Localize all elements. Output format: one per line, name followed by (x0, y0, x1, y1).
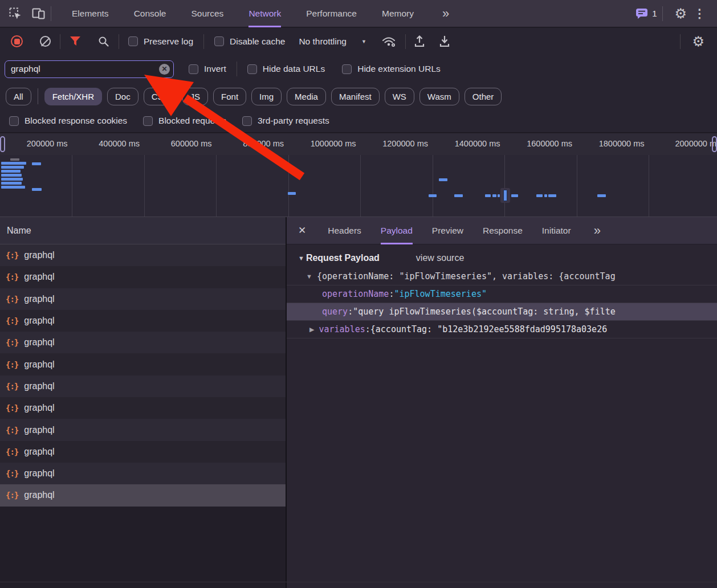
invert-checkbox[interactable] (189, 64, 198, 74)
kebab-menu-icon[interactable]: ⋮ (692, 7, 709, 19)
payload-root-row[interactable]: ▼ {operationName: "ipFlowTimeseries", va… (287, 268, 717, 285)
close-details-icon[interactable]: ✕ (298, 224, 306, 236)
request-row[interactable]: {:}graphql (0, 397, 286, 419)
timeline-tick: 200000 ms (0, 133, 72, 155)
settings-gear-icon[interactable]: ⚙ (669, 7, 692, 21)
export-har-icon[interactable] (439, 35, 450, 48)
type-filter-fetch-xhr[interactable]: Fetch/XHR (44, 88, 102, 105)
request-type-filters: All Fetch/XHR Doc CSS JS Font Img Media … (0, 83, 717, 109)
hide-extension-urls-checkbox[interactable] (342, 64, 352, 74)
type-filter-all[interactable]: All (6, 88, 31, 105)
type-filter-media[interactable]: Media (287, 88, 326, 105)
search-icon[interactable] (98, 36, 109, 47)
timeline-scroll-handle-right[interactable] (712, 136, 717, 152)
more-detail-tabs-icon[interactable]: » (594, 223, 601, 238)
devtools-window: Elements Console Sources Network Perform… (0, 0, 717, 588)
request-row[interactable]: {:}graphql (0, 266, 286, 288)
clear-filter-icon[interactable]: ✕ (159, 64, 170, 75)
tab-response[interactable]: Response (483, 217, 523, 244)
request-row[interactable]: {:}graphql (0, 353, 286, 375)
type-filter-js[interactable]: JS (182, 88, 209, 105)
request-list-panel: Name {:}graphql {:}graphql {:}graphql {:… (0, 217, 286, 588)
request-row[interactable]: {:}graphql (0, 441, 286, 463)
payload-json-tree: ▼ {operationName: "ipFlowTimeseries", va… (287, 268, 717, 338)
throttling-dropdown[interactable]: No throttling ▼ (299, 36, 366, 47)
third-party-requests-checkbox[interactable] (242, 116, 252, 126)
device-toolbar-icon[interactable] (32, 8, 45, 19)
tab-memory[interactable]: Memory (382, 0, 414, 27)
issues-counter[interactable]: 1 (635, 8, 657, 19)
view-source-link[interactable]: view source (416, 253, 464, 263)
request-row[interactable]: {:}graphql (0, 244, 286, 266)
timeline-tick: 600000 ms (144, 133, 217, 155)
type-filter-img[interactable]: Img (251, 88, 282, 105)
tab-headers[interactable]: Headers (328, 217, 361, 244)
caret-right-icon[interactable]: ▶ (309, 326, 314, 333)
type-filter-doc[interactable]: Doc (107, 88, 138, 105)
request-row[interactable]: {:}graphql (0, 288, 286, 310)
payload-operation-name-row[interactable]: operationName: "ipFlowTimeseries" (287, 285, 717, 303)
throttling-value: No throttling (299, 36, 347, 47)
tab-sources[interactable]: Sources (192, 0, 224, 27)
type-filter-css[interactable]: CSS (144, 88, 177, 105)
network-settings-gear-icon[interactable]: ⚙ (686, 35, 710, 48)
tab-elements[interactable]: Elements (72, 0, 109, 27)
request-row[interactable]: {:}graphql (0, 419, 286, 440)
type-filter-other[interactable]: Other (465, 88, 502, 105)
inspect-element-icon[interactable] (9, 7, 22, 20)
invert-label: Invert (204, 64, 226, 74)
preserve-log-checkbox[interactable] (128, 36, 138, 46)
json-file-icon: {:} (6, 469, 18, 478)
name-column-header[interactable]: Name (0, 217, 286, 244)
request-row[interactable]: {:}graphql (0, 332, 286, 353)
json-file-icon: {:} (6, 447, 18, 456)
timeline-tick: 1800000 ms (577, 133, 649, 155)
issues-count-label: 1 (652, 9, 657, 18)
tab-console[interactable]: Console (134, 0, 166, 27)
request-row[interactable]: {:}graphql (0, 375, 286, 397)
json-file-icon: {:} (6, 316, 18, 325)
json-file-icon: {:} (6, 426, 18, 435)
blocked-response-cookies-checkbox[interactable] (9, 116, 19, 126)
timeline-tick: 1600000 ms (505, 133, 577, 155)
third-party-requests-label: 3rd-party requests (258, 116, 329, 126)
filter-input[interactable] (5, 64, 173, 74)
import-har-icon[interactable] (414, 35, 425, 48)
type-filter-wasm[interactable]: Wasm (419, 88, 459, 105)
dropdown-caret-icon: ▼ (361, 39, 366, 44)
request-row[interactable]: {:}graphql (0, 463, 286, 484)
disable-cache-checkbox[interactable] (214, 36, 224, 46)
timeline-scroll-handle-left[interactable] (0, 136, 5, 152)
filter-funnel-icon[interactable] (70, 36, 81, 46)
tab-initiator[interactable]: Initiator (542, 217, 571, 244)
json-file-icon: {:} (6, 491, 18, 500)
payload-query-row[interactable]: query: "query ipFlowTimeseries($accountT… (287, 303, 717, 321)
tab-preview[interactable]: Preview (432, 217, 463, 244)
network-conditions-icon[interactable] (381, 35, 397, 48)
blocked-response-cookies-label: Blocked response cookies (25, 116, 127, 126)
caret-down-icon[interactable]: ▼ (306, 273, 312, 280)
network-toolbar: Preserve log Disable cache No throttling… (0, 28, 717, 55)
clear-network-log-button[interactable] (40, 36, 51, 47)
json-file-icon: {:} (6, 338, 18, 347)
network-overview-timeline[interactable]: 200000 ms 400000 ms 600000 ms 800000 ms … (0, 133, 717, 217)
request-payload-title: Request Payload (306, 253, 380, 263)
tab-network[interactable]: Network (248, 0, 281, 27)
collapse-caret-icon[interactable]: ▼ (298, 255, 304, 262)
type-filter-manifest[interactable]: Manifest (331, 88, 380, 105)
request-row[interactable]: {:}graphql (0, 484, 286, 506)
tab-performance[interactable]: Performance (306, 0, 357, 27)
type-filter-font[interactable]: Font (213, 88, 246, 105)
hide-data-urls-checkbox[interactable] (247, 64, 257, 74)
more-tabs-icon[interactable]: » (442, 6, 449, 21)
record-network-log-button[interactable] (11, 35, 23, 47)
request-row[interactable]: {:}graphql (0, 310, 286, 332)
json-file-icon: {:} (6, 251, 18, 260)
json-file-icon: {:} (6, 403, 18, 413)
timeline-tick: 2000000 m (649, 133, 717, 155)
blocked-requests-checkbox[interactable] (143, 116, 153, 126)
request-details-panel: ✕ Headers Payload Preview Response Initi… (287, 217, 717, 588)
payload-variables-row[interactable]: ▶ variables: {accountTag: "b12e3b2192ee5… (287, 321, 717, 338)
tab-payload[interactable]: Payload (381, 217, 413, 244)
type-filter-ws[interactable]: WS (385, 88, 414, 105)
